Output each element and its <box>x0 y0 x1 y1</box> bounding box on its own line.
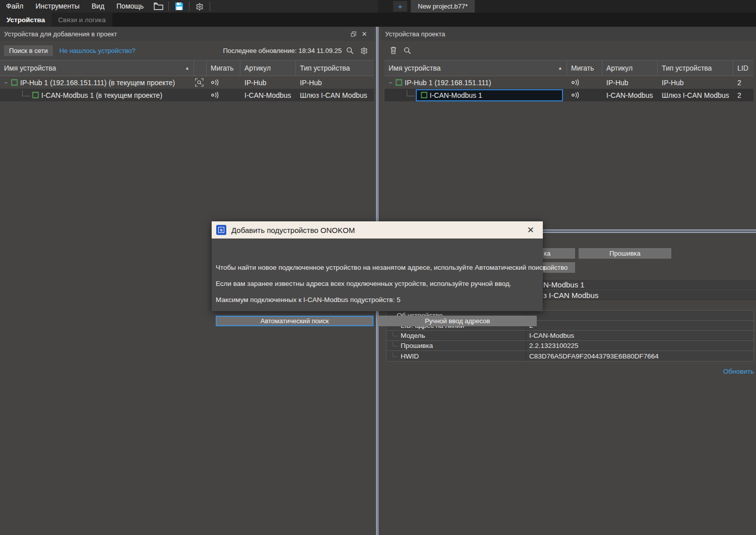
col-header-blink[interactable]: Мигать <box>207 61 240 76</box>
menu-file[interactable]: Файл <box>0 0 29 13</box>
blink-signal-icon[interactable] <box>571 92 580 98</box>
tree-branch <box>393 352 398 357</box>
property-row: Модель I-CAN-Modbus <box>387 331 753 341</box>
property-row: HWID C83D76A5DFA9F20443793E6B80DF7664 <box>387 351 753 361</box>
add-subdevice-dialog: S Добавить подустройство ONOKOM ✕ Чтобы … <box>212 221 543 311</box>
dialog-close-icon[interactable]: ✕ <box>523 225 538 235</box>
project-tab[interactable]: New project.b77* <box>411 0 475 13</box>
right-panel-toolbar <box>381 41 756 60</box>
collapse-icon[interactable]: − <box>4 79 10 86</box>
search-icon[interactable] <box>401 45 413 56</box>
device-icon <box>32 92 39 98</box>
search-network-button[interactable]: Поиск в сети <box>4 45 53 56</box>
dialog-paragraph: Если вам заранее известны адреса всех по… <box>216 280 512 287</box>
new-project-tab-button[interactable]: + <box>393 1 407 12</box>
left-panel-title: Устройства для добавления в проект <box>4 30 117 38</box>
property-row: Прошивка 2.2.1323100225 <box>387 341 753 351</box>
tab-devices[interactable]: Устройства <box>0 13 51 27</box>
table-row[interactable]: − IP-Hub 1 (192.168.151.111) (в текущем … <box>0 76 374 89</box>
col-header-empty[interactable] <box>194 61 207 76</box>
device-icon <box>396 79 402 86</box>
col-header-articul[interactable]: Артикул <box>240 61 296 76</box>
collapse-icon[interactable]: − <box>389 79 395 86</box>
left-panel-header: Устройства для добавления в проект ✕ <box>0 27 374 41</box>
device-not-found-link[interactable]: Не нашлось устройство? <box>59 47 136 54</box>
col-header-articul[interactable]: Артикул <box>602 61 658 76</box>
blink-signal-icon[interactable] <box>211 92 220 98</box>
col-header-name[interactable]: Имя устройства▲ <box>385 61 567 76</box>
table-row[interactable]: − IP-Hub 1 (192.168.151.111) IP-Hub IP-H… <box>385 76 753 89</box>
table-row[interactable]: I-CAN-Modbus 1 (в текущем проекте) I-CAN… <box>0 89 374 101</box>
right-panel-header: Устройства проекта <box>381 27 756 41</box>
tab-links-logic[interactable]: Связи и логика <box>51 13 112 27</box>
device-icon <box>421 92 427 98</box>
partial-button-label: ка <box>544 250 550 257</box>
col-header-type[interactable]: Тип устройства <box>296 61 374 76</box>
tree-branch <box>393 342 398 346</box>
col-header-name[interactable]: Имя устройства▲ <box>0 61 194 76</box>
sort-asc-icon: ▲ <box>185 66 190 71</box>
titlebar: Файл Инструменты Вид Помощь + New projec… <box>0 0 756 13</box>
col-header-lid[interactable]: LID <box>733 61 753 76</box>
menu-view[interactable]: Вид <box>86 0 110 13</box>
refresh-link[interactable]: Обновить <box>723 368 754 375</box>
selected-name-cell[interactable]: I-CAN-Modbus 1 <box>416 89 563 101</box>
tree-branch <box>407 90 415 96</box>
tree-branch <box>393 332 398 336</box>
menu-tools[interactable]: Инструменты <box>29 0 85 13</box>
dialog-body: Чтобы найти новое подключенное устройств… <box>212 239 543 311</box>
save-icon[interactable] <box>170 0 187 13</box>
main-tabstrip: Устройства Связи и логика <box>0 13 756 27</box>
table-row-selected[interactable]: I-CAN-Modbus 1 I-CAN-Modbus Шлюз I-CAN M… <box>385 89 753 101</box>
right-table-header: Имя устройства▲ Мигать Артикул Тип устро… <box>385 60 753 76</box>
gear-icon[interactable] <box>358 45 370 56</box>
trash-icon[interactable] <box>387 45 399 56</box>
dialog-paragraph: Чтобы найти новое подключенное устройств… <box>216 264 548 271</box>
col-header-blink[interactable]: Мигать <box>567 61 602 76</box>
left-table-header: Имя устройства▲ Мигать Артикул Тип устро… <box>0 60 374 76</box>
tree-branch <box>22 90 30 96</box>
blink-signal-icon[interactable] <box>571 79 580 86</box>
app-logo-icon: S <box>216 225 226 235</box>
dialog-paragraph: Максимум подключенных к I-CAN-Modbus под… <box>216 296 400 304</box>
sort-asc-icon: ▲ <box>558 66 562 71</box>
toolbar-separator <box>210 2 210 11</box>
right-panel-title: Устройства проекта <box>385 30 445 38</box>
auto-search-button[interactable]: Автоматический поиск <box>216 316 373 326</box>
blink-signal-icon[interactable] <box>211 79 220 86</box>
close-panel-icon[interactable]: ✕ <box>359 29 370 38</box>
toolbar-separator <box>189 2 190 11</box>
locate-device-icon[interactable] <box>195 78 204 87</box>
open-folder-icon[interactable] <box>150 0 167 13</box>
firmware-button[interactable]: Прошивка <box>579 248 671 259</box>
dialog-titlebar: S Добавить подустройство ONOKOM ✕ <box>212 221 543 239</box>
float-panel-icon[interactable] <box>348 29 359 38</box>
last-update-text: Последнее обновление: 18:34 11.09.25 <box>223 47 342 54</box>
dialog-title: Добавить подустройство ONOKOM <box>231 226 355 234</box>
device-icon <box>11 79 18 86</box>
project-tabbar: + New project.b77* <box>378 0 756 13</box>
col-header-type[interactable]: Тип устройства <box>658 61 733 76</box>
left-panel-toolbar: Поиск в сети Не нашлось устройство? Посл… <box>0 41 374 60</box>
manual-address-entry-button[interactable]: Ручной ввод адресов <box>378 316 537 326</box>
settings-gear-icon[interactable] <box>191 0 208 13</box>
toolbar-separator <box>168 2 169 11</box>
search-icon[interactable] <box>344 45 356 56</box>
menu-help[interactable]: Помощь <box>110 0 150 13</box>
